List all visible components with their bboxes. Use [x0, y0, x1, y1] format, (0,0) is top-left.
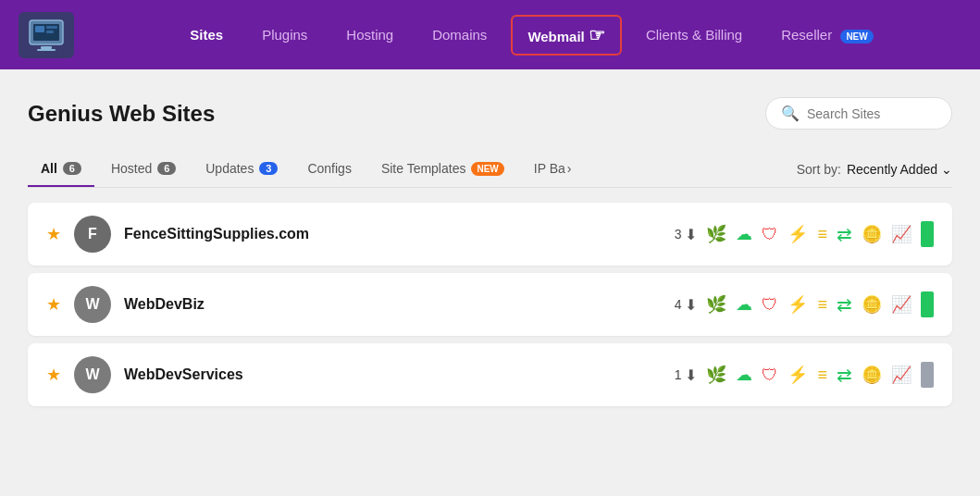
svg-rect-2	[35, 26, 44, 32]
nav-domains[interactable]: Domains	[417, 19, 502, 50]
cursor-icon: ☞	[589, 24, 605, 46]
cloud-icon[interactable]: ☁	[736, 294, 752, 315]
tab-hosted-count: 6	[157, 162, 176, 175]
download-icon[interactable]: ⬇	[685, 226, 697, 243]
leaf-icon[interactable]: 🌿	[706, 365, 726, 385]
page-title: Genius Web Sites	[28, 101, 215, 127]
star-icon[interactable]: ★	[46, 294, 61, 315]
svg-rect-6	[37, 49, 56, 51]
coin-icon[interactable]: 🪙	[862, 365, 882, 385]
sync-icon[interactable]: ⇄	[837, 223, 852, 245]
tab-updates[interactable]: Updates 3	[192, 152, 291, 187]
search-box[interactable]: 🔍	[765, 97, 952, 130]
tab-ip-ba[interactable]: IP Ba ›	[521, 152, 585, 187]
table-row[interactable]: ★ W WebDevBiz 4 ⬇ 🌿 ☁ 🛡 ⚡ ≡ ⇄ 🪙 📈	[28, 273, 952, 336]
coin-icon[interactable]: 🪙	[862, 224, 882, 244]
chart-icon[interactable]: 📈	[891, 294, 912, 315]
avatar: F	[74, 216, 111, 253]
shield-icon[interactable]: 🛡	[762, 295, 778, 315]
tab-all-count: 6	[63, 162, 81, 175]
main-content: Genius Web Sites 🔍 All 6 Hosted 6 Update…	[0, 69, 980, 414]
site-actions: 3 ⬇ 🌿 ☁ 🛡 ⚡ ≡ ⇄ 🪙 📈	[675, 221, 934, 247]
tab-updates-count: 3	[259, 162, 278, 175]
layers-icon[interactable]: ≡	[817, 225, 827, 244]
svg-rect-5	[41, 46, 52, 49]
layers-icon[interactable]: ≡	[817, 295, 827, 315]
nav-webmail[interactable]: Webmail ☞	[511, 15, 622, 56]
site-actions: 4 ⬇ 🌿 ☁ 🛡 ⚡ ≡ ⇄ 🪙 📈	[675, 291, 934, 317]
main-nav: Sites Plugins Hosting Domains Webmail ☞ …	[102, 15, 961, 56]
avatar: W	[74, 286, 111, 323]
sync-icon[interactable]: ⇄	[837, 364, 852, 386]
chart-icon[interactable]: 📈	[891, 365, 912, 385]
tab-all[interactable]: All 6	[28, 152, 94, 187]
sites-list: ★ F FenceSittingSupplies.com 3 ⬇ 🌿 ☁ 🛡 ⚡…	[28, 203, 952, 414]
svg-rect-4	[46, 31, 54, 33]
site-templates-new-badge: NEW	[471, 162, 503, 176]
bolt-icon[interactable]: ⚡	[788, 294, 808, 315]
nav-sites[interactable]: Sites	[175, 19, 238, 50]
nav-plugins[interactable]: Plugins	[247, 19, 322, 50]
sync-icon[interactable]: ⇄	[837, 293, 852, 316]
nav-reseller[interactable]: Reseller NEW	[766, 19, 888, 50]
sortby-label: Sort by:	[797, 162, 841, 177]
cloud-icon[interactable]: ☁	[736, 224, 752, 244]
ip-ba-arrow-icon: ›	[567, 161, 572, 176]
download-icon[interactable]: ⬇	[685, 366, 697, 384]
table-row[interactable]: ★ F FenceSittingSupplies.com 3 ⬇ 🌿 ☁ 🛡 ⚡…	[28, 203, 952, 266]
sortby-chevron-icon: ⌄	[941, 162, 952, 177]
svg-rect-3	[46, 26, 57, 29]
sortby-value[interactable]: Recently Added ⌄	[847, 162, 952, 177]
plugin-count: 3 ⬇	[675, 226, 698, 243]
site-name: FenceSittingSupplies.com	[124, 226, 309, 242]
coin-icon[interactable]: 🪙	[862, 294, 882, 315]
avatar: W	[74, 356, 111, 393]
cloud-icon[interactable]: ☁	[736, 365, 752, 385]
search-input[interactable]	[807, 106, 937, 121]
bolt-icon[interactable]: ⚡	[788, 224, 808, 244]
site-actions: 1 ⬇ 🌿 ☁ 🛡 ⚡ ≡ ⇄ 🪙 📈	[675, 362, 934, 388]
status-bar	[921, 291, 934, 317]
tab-hosted[interactable]: Hosted 6	[98, 152, 189, 187]
reseller-new-badge: NEW	[840, 30, 873, 43]
download-icon[interactable]: ⬇	[685, 296, 697, 314]
star-icon[interactable]: ★	[46, 365, 61, 385]
layers-icon[interactable]: ≡	[817, 366, 827, 385]
main-header: Sites Plugins Hosting Domains Webmail ☞ …	[0, 0, 980, 69]
nav-clients-billing[interactable]: Clients & Billing	[631, 19, 757, 50]
search-icon: 🔍	[781, 105, 800, 122]
leaf-icon[interactable]: 🌿	[706, 224, 726, 244]
site-name: WebDevServices	[124, 366, 309, 383]
table-row[interactable]: ★ W WebDevServices 1 ⬇ 🌿 ☁ 🛡 ⚡ ≡ ⇄ 🪙 📈	[28, 343, 952, 406]
filter-bar: All 6 Hosted 6 Updates 3 Configs Site Te…	[28, 152, 952, 188]
site-name: WebDevBiz	[124, 296, 309, 313]
shield-icon[interactable]: 🛡	[762, 225, 778, 244]
tab-site-templates[interactable]: Site Templates NEW	[368, 152, 517, 187]
logo[interactable]	[19, 12, 74, 58]
star-icon[interactable]: ★	[46, 224, 61, 244]
status-bar	[921, 362, 934, 388]
shield-icon[interactable]: 🛡	[762, 366, 778, 385]
page-header: Genius Web Sites 🔍	[28, 97, 952, 130]
plugin-count: 4 ⬇	[675, 296, 698, 314]
nav-hosting[interactable]: Hosting	[331, 19, 408, 50]
chart-icon[interactable]: 📈	[891, 224, 912, 244]
status-bar	[921, 221, 934, 247]
leaf-icon[interactable]: 🌿	[706, 294, 726, 315]
bolt-icon[interactable]: ⚡	[788, 365, 808, 385]
sortby-control: Sort by: Recently Added ⌄	[797, 162, 952, 177]
plugin-count: 1 ⬇	[675, 366, 698, 384]
tab-configs[interactable]: Configs	[294, 152, 364, 187]
